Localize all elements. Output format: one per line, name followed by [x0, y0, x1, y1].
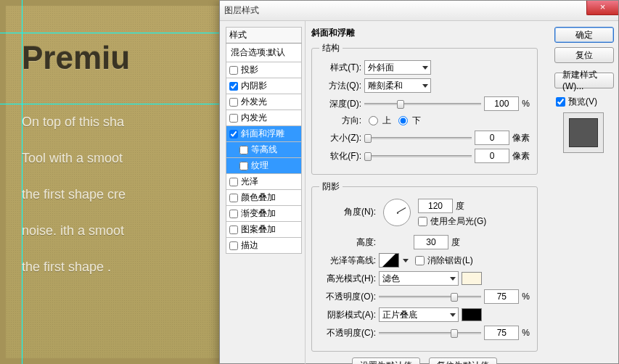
style-item-label: 渐变叠加	[241, 207, 276, 220]
gloss-contour-picker[interactable]	[379, 253, 399, 268]
style-item-光泽[interactable]: 光泽	[226, 174, 302, 190]
reset-default-button[interactable]: 复位为默认值	[429, 357, 497, 364]
style-item-渐变叠加[interactable]: 渐变叠加	[226, 206, 302, 222]
guide-horizontal	[0, 33, 225, 33]
style-checkbox[interactable]	[229, 66, 238, 75]
shadow-legend: 阴影	[319, 181, 343, 193]
dialog-title: 图层样式	[224, 4, 259, 17]
style-item-label: 纹理	[251, 160, 268, 172]
style-item-内发光[interactable]: 内发光	[226, 110, 302, 126]
style-item-label: 外发光	[241, 96, 267, 108]
direction-down-radio[interactable]	[398, 116, 408, 125]
direction-up-radio[interactable]	[369, 116, 378, 125]
style-item-图案叠加[interactable]: 图案叠加	[226, 222, 302, 238]
set-default-button[interactable]: 设置为默认值	[352, 357, 420, 364]
preview-box	[563, 112, 604, 153]
style-checkbox[interactable]	[229, 178, 238, 186]
style-item-label: 颜色叠加	[241, 191, 276, 204]
style-checkbox[interactable]	[229, 98, 238, 107]
altitude-label: 高度:	[319, 236, 376, 249]
gloss-contour-label: 光泽等高线:	[319, 255, 376, 267]
method-select[interactable]: 雕刻柔和	[364, 78, 431, 93]
style-checkbox[interactable]	[229, 194, 238, 202]
shadow-group: 阴影 角度(N): 度 使用全局光(G) 高度: 度 光泽等高线: 消除锯齿(L…	[311, 181, 538, 352]
style-item-投影[interactable]: 投影	[226, 62, 302, 78]
direction-label: 方向:	[319, 115, 361, 127]
styles-list: 样式 混合选项:默认 投影内阴影外发光内发光斜面和浮雕等高线纹理光泽颜色叠加渐变…	[220, 21, 306, 364]
style-item-纹理[interactable]: 纹理	[226, 158, 302, 174]
layer-style-dialog: 图层样式 × 样式 混合选项:默认 投影内阴影外发光内发光斜面和浮雕等高线纹理光…	[219, 0, 619, 364]
style-checkbox[interactable]	[239, 146, 248, 154]
antialias-checkbox[interactable]	[415, 256, 425, 265]
style-item-label: 描边	[241, 239, 258, 252]
styles-header[interactable]: 样式	[226, 27, 302, 44]
style-checkbox[interactable]	[229, 210, 238, 218]
preview-checkbox[interactable]	[556, 97, 565, 107]
titlebar[interactable]: 图层样式 ×	[220, 1, 618, 21]
depth-label: 深度(D):	[319, 98, 361, 110]
blend-options-header[interactable]: 混合选项:默认	[226, 44, 302, 62]
guide-horizontal	[0, 104, 225, 104]
shadow-opacity-input[interactable]	[484, 326, 519, 340]
style-checkbox[interactable]	[229, 114, 238, 123]
shadow-opacity-slider[interactable]	[379, 327, 481, 339]
style-checkbox[interactable]	[239, 162, 248, 170]
style-select[interactable]: 外斜面	[364, 60, 431, 75]
depth-input[interactable]	[484, 96, 519, 111]
style-checkbox[interactable]	[229, 226, 238, 234]
canvas-text: the first shape cre	[22, 187, 126, 202]
shadow-mode-select[interactable]: 正片叠底	[379, 307, 459, 322]
soften-input[interactable]	[475, 149, 509, 163]
soften-slider[interactable]	[364, 150, 472, 162]
style-label: 样式(T):	[319, 62, 361, 74]
shadow-mode-label: 阴影模式(A):	[319, 309, 376, 321]
angle-input[interactable]	[418, 199, 453, 213]
close-button[interactable]: ×	[586, 1, 618, 15]
size-label: 大小(Z):	[319, 132, 361, 144]
size-slider[interactable]	[364, 132, 472, 144]
angle-dial[interactable]	[383, 199, 411, 226]
method-label: 方法(Q):	[319, 80, 361, 92]
highlight-mode-select[interactable]: 滤色	[379, 271, 459, 286]
panel-title: 斜面和浮雕	[311, 27, 538, 39]
ok-button[interactable]: 确定	[554, 27, 614, 43]
canvas-text: noise. ith a smoot	[22, 223, 124, 239]
style-item-label: 光泽	[241, 175, 258, 188]
depth-slider[interactable]	[364, 98, 481, 109]
style-item-label: 内阴影	[241, 80, 267, 92]
highlight-opacity-label: 不透明度(O):	[319, 291, 376, 303]
highlight-mode-label: 高光模式(H):	[319, 273, 376, 285]
style-item-颜色叠加[interactable]: 颜色叠加	[226, 190, 302, 206]
style-item-等高线[interactable]: 等高线	[226, 142, 302, 158]
structure-group: 结构 样式(T): 外斜面 方法(Q): 雕刻柔和 深度(D): % 方向: 上…	[311, 42, 538, 175]
unit-label: 像素	[512, 132, 530, 144]
shadow-opacity-label: 不透明度(C):	[319, 327, 376, 339]
size-input[interactable]	[475, 131, 509, 145]
soften-label: 软化(F):	[319, 150, 361, 162]
style-checkbox[interactable]	[229, 241, 238, 250]
style-item-label: 内发光	[241, 112, 267, 124]
style-item-内阴影[interactable]: 内阴影	[226, 78, 302, 94]
altitude-input[interactable]	[414, 235, 448, 249]
canvas-heading: Premiu	[22, 40, 130, 76]
style-item-label: 图案叠加	[241, 223, 276, 236]
preview-swatch	[569, 118, 598, 147]
actions-column: 确定 复位 新建样式(W)... 预览(V)	[550, 21, 618, 159]
settings-panel: 斜面和浮雕 结构 样式(T): 外斜面 方法(Q): 雕刻柔和 深度(D): %…	[306, 21, 544, 364]
angle-label: 角度(N):	[319, 206, 376, 218]
style-item-斜面和浮雕[interactable]: 斜面和浮雕	[226, 126, 302, 142]
new-style-button[interactable]: 新建样式(W)...	[554, 73, 614, 88]
style-item-外发光[interactable]: 外发光	[226, 94, 302, 110]
style-item-描边[interactable]: 描边	[226, 238, 302, 254]
shadow-color-swatch[interactable]	[462, 308, 482, 321]
style-checkbox[interactable]	[229, 130, 238, 138]
highlight-color-swatch[interactable]	[462, 272, 482, 285]
canvas-background: Premiu On top of this sha Tool with a sm…	[0, 0, 225, 364]
unit-label: 像素	[512, 150, 530, 162]
cancel-button[interactable]: 复位	[554, 47, 614, 63]
highlight-opacity-input[interactable]	[484, 289, 519, 304]
highlight-opacity-slider[interactable]	[379, 291, 481, 302]
structure-legend: 结构	[319, 42, 343, 54]
style-checkbox[interactable]	[229, 82, 238, 91]
global-light-checkbox[interactable]	[418, 217, 427, 226]
